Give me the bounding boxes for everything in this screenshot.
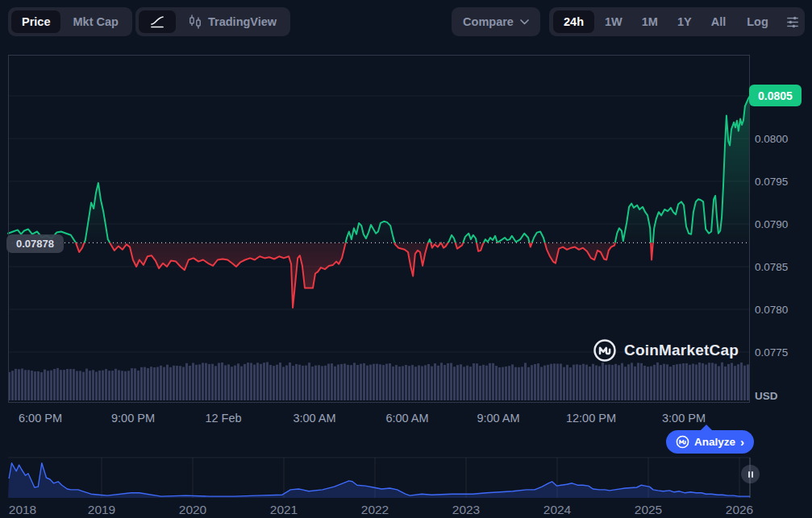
- year-label: 2022: [361, 503, 389, 517]
- time-axis-label: 12:00 PM: [566, 412, 616, 425]
- analyze-label: Analyze: [694, 436, 735, 448]
- year-label: 2020: [179, 503, 206, 517]
- tab-mkt-cap[interactable]: Mkt Cap: [62, 10, 128, 33]
- time-axis-label: 6:00 AM: [385, 412, 428, 425]
- price-axis-label: 0.0790: [755, 217, 805, 231]
- year-label: 2019: [88, 503, 115, 517]
- last-price-badge: 0.0805: [749, 85, 802, 106]
- chart-type-toggle: TradingView: [135, 7, 290, 36]
- chevron-down-icon: [520, 19, 529, 25]
- year-label: 2023: [452, 503, 480, 517]
- range-24h[interactable]: 24h: [553, 10, 594, 33]
- timeline-minichart: [8, 463, 750, 498]
- time-axis-label: 3:00 PM: [662, 412, 706, 425]
- year-label: 2026: [726, 503, 753, 517]
- tradingview-chart-type-button[interactable]: TradingView: [177, 10, 287, 33]
- log-scale-button[interactable]: Log: [738, 10, 777, 33]
- compare-label: Compare: [463, 15, 514, 28]
- open-price-badge: 0.07878: [6, 234, 64, 253]
- year-label: 2025: [635, 503, 662, 517]
- sliders-icon: [785, 15, 800, 30]
- range-1y[interactable]: 1Y: [668, 10, 701, 33]
- year-label: 2018: [9, 503, 36, 517]
- cmc-logo-icon: [593, 338, 617, 363]
- line-chart-type-button[interactable]: [139, 10, 176, 33]
- line-chart-icon: [149, 14, 165, 30]
- range-all[interactable]: All: [702, 10, 735, 33]
- price-axis-label: 0.0785: [755, 259, 805, 274]
- year-label: 2021: [270, 503, 298, 517]
- time-axis-label: 9:00 AM: [477, 412, 519, 425]
- tab-price[interactable]: Price: [11, 10, 60, 33]
- price-mktcap-toggle: Price Mkt Cap: [8, 7, 132, 36]
- price-axis-label: 0.0775: [755, 345, 805, 359]
- time-axis-label: 6:00 PM: [19, 412, 62, 425]
- tradingview-label: TradingView: [208, 15, 277, 28]
- range-1m[interactable]: 1M: [633, 10, 667, 33]
- chart-settings-button[interactable]: [781, 10, 805, 33]
- range-handle[interactable]: [741, 465, 760, 483]
- pause-icon: [748, 471, 750, 478]
- year-label: 2024: [543, 503, 571, 517]
- watermark-label: CoinMarketCap: [624, 342, 739, 359]
- compare-button[interactable]: Compare: [452, 7, 540, 36]
- cmc-logo-icon: [676, 435, 689, 449]
- range-1w[interactable]: 1W: [596, 10, 631, 33]
- price-axis-label: 0.0780: [755, 302, 805, 317]
- candlestick-icon: [188, 14, 202, 30]
- analyze-button[interactable]: Analyze ›: [666, 430, 754, 454]
- cmc-price-chart-app: Price Mkt Cap TradingView Compare 24h: [0, 0, 812, 518]
- analyze-tooltip-arrow: [700, 425, 713, 431]
- chevron-right-icon: ›: [740, 436, 744, 448]
- time-axis-label: 3:00 AM: [293, 412, 335, 425]
- time-axis-label: 9:00 PM: [111, 412, 155, 425]
- range-selector: 24h 1W 1M 1Y All Log: [549, 7, 805, 36]
- price-axis-label: 0.0795: [755, 174, 805, 189]
- timeline-gridlines: [8, 458, 750, 498]
- watermark: CoinMarketCap: [593, 338, 739, 363]
- time-axis-label: 12 Feb: [205, 412, 241, 425]
- price-axis-unit: USD: [755, 390, 778, 402]
- price-axis-label: 0.0800: [755, 131, 805, 146]
